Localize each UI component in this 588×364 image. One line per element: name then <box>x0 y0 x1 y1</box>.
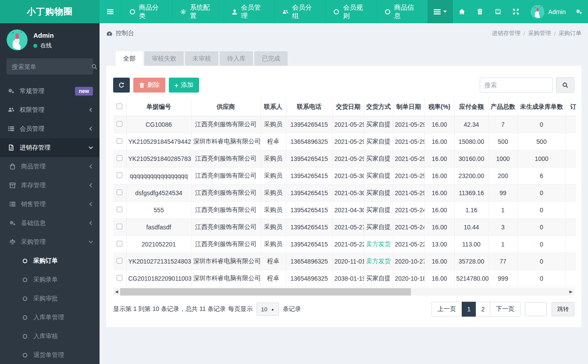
chevron-left-icon <box>89 202 94 207</box>
next-page-button[interactable]: 下一页 <box>490 302 520 317</box>
tab[interactable]: 全部 <box>116 51 143 66</box>
home-icon <box>459 8 465 15</box>
column-header[interactable]: 未生成录库单数 <box>517 98 566 116</box>
breadcrumb-item[interactable]: 采购管理 <box>528 29 551 37</box>
table-row[interactable]: dsfgsdfg4524534江西亮剑服饰有限公司采购员139542654152… <box>113 185 576 202</box>
page-size-select[interactable]: 10 ▲ <box>257 303 278 316</box>
row-checkbox[interactable] <box>117 275 122 281</box>
sidebar-item[interactable]: 采购录单 <box>0 270 100 289</box>
column-header[interactable]: 交货方式 <box>364 98 393 116</box>
refresh-button[interactable] <box>113 78 130 93</box>
log-button[interactable] <box>489 0 507 23</box>
scrollbar-thumb[interactable] <box>120 288 411 296</box>
trash-button[interactable] <box>471 0 489 23</box>
nav-item[interactable]: 会员分组 <box>274 0 325 23</box>
circle-o-icon <box>20 353 29 358</box>
settings-button[interactable] <box>570 0 588 23</box>
sidebar-item[interactable]: 采购订单 <box>0 251 100 270</box>
cell: 2021-05-30 <box>332 168 364 185</box>
column-header[interactable]: 应付金额 <box>454 98 488 116</box>
table-search-button[interactable] <box>556 77 574 93</box>
sidebar-item[interactable]: 会员管理 <box>0 119 100 138</box>
column-header[interactable]: 联系电话 <box>286 98 332 116</box>
row-checkbox[interactable] <box>117 172 122 178</box>
sidebar-search-input[interactable] <box>12 63 91 70</box>
scroll-left-arrow[interactable]: ◀ <box>113 288 120 296</box>
table-row[interactable]: fasdfasdf江西亮剑服饰有限公司采购员139542654152021-05… <box>113 219 576 236</box>
delete-button[interactable]: 删除 <box>133 78 165 93</box>
cell: 7 <box>488 116 517 133</box>
sidebar-item[interactable]: 销售管理 <box>0 195 100 214</box>
prev-page-button[interactable]: 上一页 <box>431 302 462 317</box>
row-checkbox[interactable] <box>117 121 122 127</box>
column-header[interactable]: 交货日期 <box>332 98 364 116</box>
cell: 卖方发货 <box>364 236 393 253</box>
table-row[interactable]: 555江西亮剑服饰有限公司采购员139542654152021-04-30买家自… <box>113 202 576 219</box>
row-checkbox[interactable] <box>117 138 122 144</box>
jump-button[interactable]: 跳转 <box>552 302 574 316</box>
tab[interactable]: 待入库 <box>220 51 253 66</box>
scroll-right-arrow[interactable]: ▶ <box>567 288 574 296</box>
breadcrumb[interactable]: 控制台 <box>106 29 134 37</box>
column-header[interactable]: 供应商 <box>191 98 260 116</box>
sidebar-item[interactable]: 退货单管理 <box>0 346 100 364</box>
column-header[interactable]: 税率(%) <box>424 98 454 116</box>
column-header[interactable]: 单据编号 <box>126 98 191 116</box>
page-number-button[interactable]: 2 <box>476 302 490 317</box>
cogs-icon <box>7 88 16 94</box>
sidebar-item[interactable]: 进销存管理 <box>0 138 100 157</box>
sidebar-item[interactable]: 入库审核 <box>0 327 100 346</box>
menu-list-dropdown[interactable] <box>428 0 453 23</box>
row-checkbox[interactable] <box>117 241 122 246</box>
cell: 买家自提 <box>364 168 393 185</box>
sidebar-item[interactable]: 常规管理new <box>0 82 100 100</box>
table-row[interactable]: CG10086江西亮剑服饰有限公司采购员139542654152021-05-2… <box>113 116 576 133</box>
nav-item[interactable]: 商品信息 <box>377 0 428 23</box>
sidebar-item[interactable]: 库存管理 <box>0 176 100 195</box>
sidebar-item[interactable]: 采购审批 <box>0 289 100 308</box>
jump-page-input[interactable] <box>525 302 547 316</box>
tab[interactable]: 已完成 <box>254 51 288 66</box>
sidebar-item[interactable]: 入库单管理 <box>0 308 100 327</box>
sidebar-item[interactable]: 权限管理 <box>0 100 100 119</box>
nav-item[interactable]: 商品分类 <box>121 0 172 23</box>
select-all-checkbox[interactable] <box>117 103 122 109</box>
table-row[interactable]: YK2105291840285783江西亮剑服饰有限公司采购员139542654… <box>113 150 576 168</box>
table-search-input[interactable] <box>480 78 553 93</box>
sidebar-item[interactable]: 基础信息 <box>0 214 100 232</box>
cell: 2021-05-29 <box>393 185 424 202</box>
tab[interactable]: 未审核 <box>185 51 218 66</box>
add-button[interactable]: + 添加 <box>169 78 199 93</box>
table-row[interactable]: CG2010182209011003深圳市科睿电脑有限公司程卓136548963… <box>113 270 576 287</box>
row-checkbox[interactable] <box>117 258 122 264</box>
cell: 江西亮剑服饰有限公司 <box>191 236 260 253</box>
cell: 16.00 <box>424 133 454 150</box>
table-row[interactable]: 2021052201江西亮剑服饰有限公司采购员139542654152021-0… <box>113 236 576 253</box>
nav-item[interactable]: 会员规则 <box>325 0 376 23</box>
home-button[interactable] <box>453 0 471 23</box>
row-checkbox[interactable] <box>117 155 122 161</box>
sidebar-item[interactable]: 商品管理 <box>0 157 100 176</box>
user-menu[interactable]: Admin <box>525 5 570 18</box>
nav-item[interactable]: 系统配置 <box>172 0 223 23</box>
table-row[interactable]: YK2105291845479442深圳市科睿电脑有限公司程卓136548963… <box>113 133 576 150</box>
row-checkbox[interactable] <box>117 207 122 212</box>
row-checkbox[interactable] <box>117 224 122 229</box>
tab[interactable]: 审核失败 <box>144 51 184 66</box>
cell <box>566 253 576 270</box>
breadcrumb-bar: 控制台 进销存管理 / 采购管理 / 采购订单 <box>100 23 588 43</box>
fullscreen-button[interactable] <box>507 0 525 23</box>
column-header[interactable]: 制单日期 <box>393 98 424 116</box>
sidebar-toggle-button[interactable] <box>100 0 121 23</box>
column-header[interactable]: 产品总数 <box>488 98 517 116</box>
nav-item[interactable]: 会员管理 <box>224 0 274 23</box>
table-row[interactable]: qqqqqqqqqqqqqqqqq江西亮剑服饰有限公司采购员1395426541… <box>113 168 576 185</box>
page-number-button[interactable]: 1 <box>462 302 476 317</box>
column-header[interactable]: 订 <box>566 98 576 116</box>
table-row[interactable]: YK2010272131524803深圳市科睿电脑有限公司程卓136548963… <box>113 253 576 270</box>
breadcrumb-item[interactable]: 进销存管理 <box>492 29 520 37</box>
bag-icon <box>8 163 17 170</box>
column-header[interactable]: 联系人 <box>260 98 286 116</box>
sidebar-item[interactable]: 采购管理 <box>0 232 100 251</box>
row-checkbox[interactable] <box>117 189 122 195</box>
